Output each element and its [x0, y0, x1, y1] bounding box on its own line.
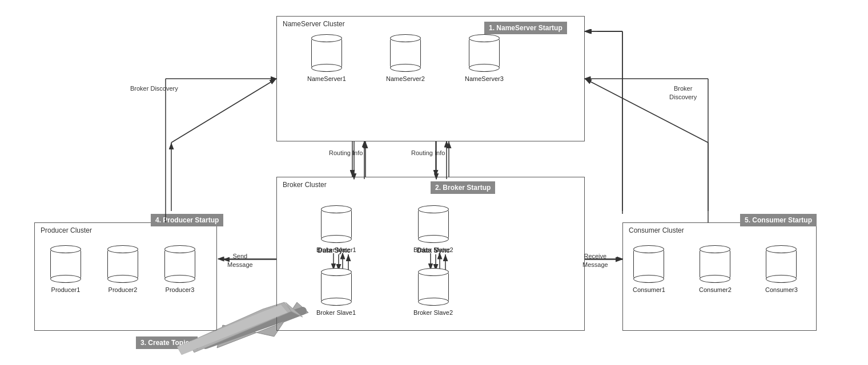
step4-badge: 4. Producer Startup [151, 214, 223, 226]
nameserver1-label: NameServer1 [307, 75, 346, 82]
routing-info-left-label: Routing Info [329, 149, 363, 156]
cyl-top [50, 245, 81, 253]
broker-cluster-label: Broker Cluster [283, 181, 327, 189]
cyl-bottom [766, 275, 797, 283]
nameserver3-cylinder: NameServer3 [465, 34, 504, 82]
data-sync-left-label: Data Sync [318, 246, 351, 254]
consumer2-cylinder: Consumer2 [699, 245, 732, 293]
svg-line-3 [171, 79, 276, 143]
cyl-top [633, 245, 664, 253]
nameserver3-label: NameServer3 [465, 75, 504, 82]
consumer-cluster-label: Consumer Cluster [629, 226, 684, 234]
cyl-bottom [311, 64, 342, 72]
cyl-bottom [700, 275, 730, 283]
step2-badge: 2. Broker Startup [431, 181, 495, 194]
nameserver1-cylinder: NameServer1 [307, 34, 346, 82]
cyl-bottom [50, 275, 81, 283]
cyl-bottom [107, 275, 138, 283]
broker-discovery-right-label: BrokerDiscovery [669, 84, 697, 102]
cyl-top [418, 205, 449, 213]
consumer3-label: Consumer3 [765, 286, 798, 293]
step1-badge: 1. NameServer Startup [484, 22, 567, 34]
routing-info-right-label: Routing Info [411, 149, 445, 156]
receive-message-label: ReceiveMessage [582, 252, 608, 270]
consumer2-label: Consumer2 [699, 286, 732, 293]
producer-cluster-label: Producer Cluster [41, 226, 92, 234]
cyl-top [321, 205, 352, 213]
cyl-top [390, 34, 421, 42]
cyl-top [766, 245, 797, 253]
broker-slave2-label: Broker Slave2 [413, 309, 453, 316]
cyl-top [311, 34, 342, 42]
step3-badge: 3. Create Topics [136, 336, 198, 349]
nameserver2-label: NameServer2 [386, 75, 425, 82]
consumer1-label: Consumer1 [633, 286, 665, 293]
cyl-top [700, 245, 730, 253]
cyl-bottom [469, 64, 500, 72]
send-message-label: SendMessage [227, 252, 253, 270]
cyl-bottom [418, 235, 449, 243]
broker-slave1-label: Broker Slave1 [316, 309, 356, 316]
cyl-bottom [418, 298, 449, 306]
broker-slave2-cylinder: Broker Slave2 [413, 268, 453, 316]
data-sync-right-label: Data Sync [417, 246, 450, 254]
cyl-top [321, 268, 352, 276]
cyl-bottom [321, 298, 352, 306]
cyl-bottom [164, 275, 195, 283]
nameserver2-cylinder: NameServer2 [386, 34, 425, 82]
cyl-bottom [633, 275, 664, 283]
consumer1-cylinder: Consumer1 [633, 245, 665, 293]
producer2-cylinder: Producer2 [107, 245, 138, 293]
producer1-cylinder: Producer1 [50, 245, 81, 293]
broker-slave1-cylinder: Broker Slave1 [316, 268, 356, 316]
producer3-label: Producer3 [166, 286, 195, 293]
producer3-cylinder: Producer3 [164, 245, 195, 293]
cyl-bottom [390, 64, 421, 72]
producer2-label: Producer2 [108, 286, 138, 293]
nameserver-cluster-label: NameServer Cluster [283, 20, 345, 28]
producer1-label: Producer1 [51, 286, 81, 293]
step5-badge: 5. Consumer Startup [740, 214, 817, 226]
cyl-top [164, 245, 195, 253]
cyl-top [107, 245, 138, 253]
cyl-top [418, 268, 449, 276]
consumer3-cylinder: Consumer3 [765, 245, 798, 293]
architecture-diagram: NameServer Cluster NameServer1 NameServe… [0, 0, 868, 365]
broker-discovery-left-label: Broker Discovery [130, 84, 178, 93]
cyl-bottom [321, 235, 352, 243]
cyl-top [469, 34, 500, 42]
